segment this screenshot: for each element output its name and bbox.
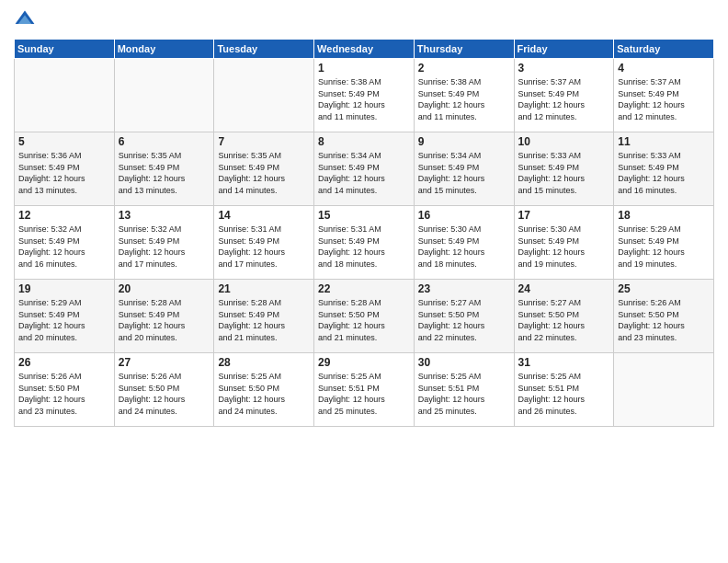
calendar-cell: 16Sunrise: 5:30 AM Sunset: 5:49 PM Dayli… [414,206,514,280]
day-number: 15 [318,209,410,222]
day-number: 27 [119,356,210,369]
day-info: Sunrise: 5:25 AM Sunset: 5:51 PM Dayligh… [318,371,410,417]
calendar-cell: 21Sunrise: 5:28 AM Sunset: 5:49 PM Dayli… [214,280,314,353]
weekday-header-wednesday: Wednesday [314,40,415,59]
header [14,9,714,31]
day-info: Sunrise: 5:25 AM Sunset: 5:50 PM Dayligh… [218,371,310,417]
day-info: Sunrise: 5:30 AM Sunset: 5:49 PM Dayligh… [418,224,510,270]
calendar-cell: 10Sunrise: 5:33 AM Sunset: 5:49 PM Dayli… [514,132,614,206]
week-row-4: 19Sunrise: 5:29 AM Sunset: 5:49 PM Dayli… [15,280,714,353]
day-number: 20 [119,282,210,295]
logo-icon [14,9,36,31]
day-number: 3 [518,62,610,75]
day-info: Sunrise: 5:33 AM Sunset: 5:49 PM Dayligh… [618,150,710,196]
calendar-cell: 6Sunrise: 5:35 AM Sunset: 5:49 PM Daylig… [114,132,214,206]
calendar-cell: 8Sunrise: 5:34 AM Sunset: 5:49 PM Daylig… [314,132,415,206]
calendar-cell: 18Sunrise: 5:29 AM Sunset: 5:49 PM Dayli… [614,206,714,280]
day-info: Sunrise: 5:35 AM Sunset: 5:49 PM Dayligh… [218,150,310,196]
day-info: Sunrise: 5:27 AM Sunset: 5:50 PM Dayligh… [418,297,510,343]
calendar-cell: 12Sunrise: 5:32 AM Sunset: 5:49 PM Dayli… [15,206,115,280]
weekday-header-friday: Friday [514,40,614,59]
day-info: Sunrise: 5:25 AM Sunset: 5:51 PM Dayligh… [418,371,510,417]
week-row-3: 12Sunrise: 5:32 AM Sunset: 5:49 PM Dayli… [15,206,714,280]
calendar-table: SundayMondayTuesdayWednesdayThursdayFrid… [14,39,714,427]
day-info: Sunrise: 5:29 AM Sunset: 5:49 PM Dayligh… [618,224,710,270]
weekday-header-monday: Monday [114,40,214,59]
calendar-cell: 5Sunrise: 5:36 AM Sunset: 5:49 PM Daylig… [15,132,115,206]
day-info: Sunrise: 5:38 AM Sunset: 5:49 PM Dayligh… [318,76,410,122]
day-number: 16 [418,209,510,222]
weekday-header-sunday: Sunday [15,40,115,59]
calendar-cell [15,59,115,132]
calendar-cell: 31Sunrise: 5:25 AM Sunset: 5:51 PM Dayli… [514,353,614,427]
day-info: Sunrise: 5:26 AM Sunset: 5:50 PM Dayligh… [18,371,110,417]
calendar-cell: 30Sunrise: 5:25 AM Sunset: 5:51 PM Dayli… [414,353,514,427]
day-info: Sunrise: 5:29 AM Sunset: 5:49 PM Dayligh… [18,297,110,343]
day-number: 5 [18,135,110,148]
week-row-1: 1Sunrise: 5:38 AM Sunset: 5:49 PM Daylig… [15,59,714,132]
calendar-cell: 19Sunrise: 5:29 AM Sunset: 5:49 PM Dayli… [15,280,115,353]
day-info: Sunrise: 5:31 AM Sunset: 5:49 PM Dayligh… [218,224,310,270]
calendar-cell [214,59,314,132]
day-info: Sunrise: 5:28 AM Sunset: 5:50 PM Dayligh… [318,297,410,343]
day-number: 30 [418,356,510,369]
day-info: Sunrise: 5:32 AM Sunset: 5:49 PM Dayligh… [18,224,110,270]
calendar-cell: 1Sunrise: 5:38 AM Sunset: 5:49 PM Daylig… [314,59,415,132]
day-number: 6 [119,135,210,148]
day-info: Sunrise: 5:34 AM Sunset: 5:49 PM Dayligh… [318,150,410,196]
weekday-header-tuesday: Tuesday [214,40,314,59]
calendar-cell: 26Sunrise: 5:26 AM Sunset: 5:50 PM Dayli… [15,353,115,427]
day-info: Sunrise: 5:34 AM Sunset: 5:49 PM Dayligh… [418,150,510,196]
calendar-cell: 22Sunrise: 5:28 AM Sunset: 5:50 PM Dayli… [314,280,415,353]
day-info: Sunrise: 5:33 AM Sunset: 5:49 PM Dayligh… [518,150,610,196]
day-info: Sunrise: 5:31 AM Sunset: 5:49 PM Dayligh… [318,224,410,270]
calendar-cell: 28Sunrise: 5:25 AM Sunset: 5:50 PM Dayli… [214,353,314,427]
calendar-cell: 17Sunrise: 5:30 AM Sunset: 5:49 PM Dayli… [514,206,614,280]
week-row-2: 5Sunrise: 5:36 AM Sunset: 5:49 PM Daylig… [15,132,714,206]
day-number: 4 [618,62,710,75]
day-number: 28 [218,356,310,369]
day-number: 26 [18,356,110,369]
day-number: 14 [218,209,310,222]
day-info: Sunrise: 5:30 AM Sunset: 5:49 PM Dayligh… [518,224,610,270]
day-info: Sunrise: 5:38 AM Sunset: 5:49 PM Dayligh… [418,76,510,122]
calendar-cell: 23Sunrise: 5:27 AM Sunset: 5:50 PM Dayli… [414,280,514,353]
day-number: 12 [18,209,110,222]
day-info: Sunrise: 5:26 AM Sunset: 5:50 PM Dayligh… [618,297,710,343]
day-number: 11 [618,135,710,148]
week-row-5: 26Sunrise: 5:26 AM Sunset: 5:50 PM Dayli… [15,353,714,427]
day-number: 10 [518,135,610,148]
day-number: 1 [318,62,410,75]
day-number: 18 [618,209,710,222]
calendar-cell: 29Sunrise: 5:25 AM Sunset: 5:51 PM Dayli… [314,353,415,427]
day-number: 7 [218,135,310,148]
day-number: 9 [418,135,510,148]
day-info: Sunrise: 5:37 AM Sunset: 5:49 PM Dayligh… [618,76,710,122]
calendar-cell: 7Sunrise: 5:35 AM Sunset: 5:49 PM Daylig… [214,132,314,206]
calendar-cell: 9Sunrise: 5:34 AM Sunset: 5:49 PM Daylig… [414,132,514,206]
calendar-cell: 27Sunrise: 5:26 AM Sunset: 5:50 PM Dayli… [114,353,214,427]
day-number: 19 [18,282,110,295]
day-info: Sunrise: 5:37 AM Sunset: 5:49 PM Dayligh… [518,76,610,122]
day-number: 29 [318,356,410,369]
calendar-cell: 4Sunrise: 5:37 AM Sunset: 5:49 PM Daylig… [614,59,714,132]
day-number: 22 [318,282,410,295]
calendar-cell: 20Sunrise: 5:28 AM Sunset: 5:49 PM Dayli… [114,280,214,353]
day-info: Sunrise: 5:26 AM Sunset: 5:50 PM Dayligh… [119,371,210,417]
calendar-page: SundayMondayTuesdayWednesdayThursdayFrid… [0,0,728,563]
calendar-cell: 25Sunrise: 5:26 AM Sunset: 5:50 PM Dayli… [614,280,714,353]
calendar-cell: 15Sunrise: 5:31 AM Sunset: 5:49 PM Dayli… [314,206,415,280]
day-number: 21 [218,282,310,295]
calendar-cell: 11Sunrise: 5:33 AM Sunset: 5:49 PM Dayli… [614,132,714,206]
calendar-cell [114,59,214,132]
day-number: 31 [518,356,610,369]
calendar-cell: 24Sunrise: 5:27 AM Sunset: 5:50 PM Dayli… [514,280,614,353]
logo [14,9,40,31]
day-number: 2 [418,62,510,75]
calendar-cell: 13Sunrise: 5:32 AM Sunset: 5:49 PM Dayli… [114,206,214,280]
day-info: Sunrise: 5:28 AM Sunset: 5:49 PM Dayligh… [218,297,310,343]
day-info: Sunrise: 5:27 AM Sunset: 5:50 PM Dayligh… [518,297,610,343]
calendar-cell: 14Sunrise: 5:31 AM Sunset: 5:49 PM Dayli… [214,206,314,280]
day-number: 24 [518,282,610,295]
day-info: Sunrise: 5:36 AM Sunset: 5:49 PM Dayligh… [18,150,110,196]
